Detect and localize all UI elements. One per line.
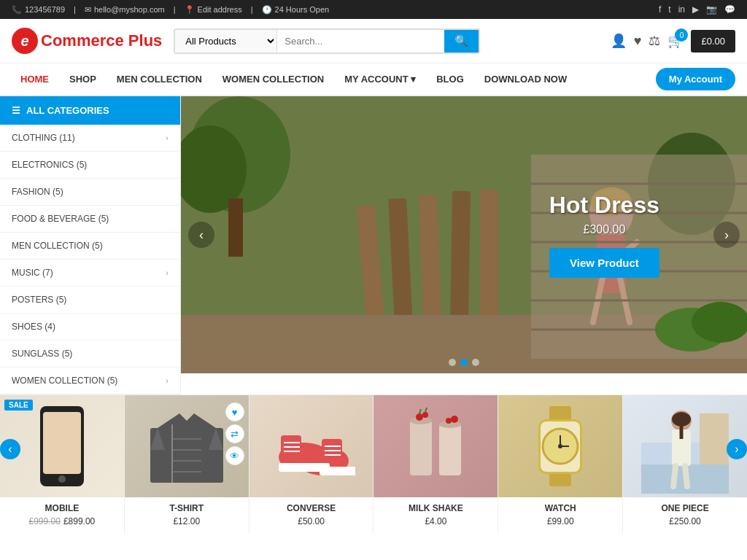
nav-women-collection[interactable]: WOMEN COLLECTION	[214, 63, 333, 95]
product-image-watch	[498, 395, 622, 497]
hero-title: Hot Dress	[549, 192, 659, 219]
twitter-link[interactable]: t	[668, 4, 670, 15]
svg-point-68	[558, 444, 562, 448]
instagram-link[interactable]: 📷	[706, 4, 717, 15]
cart-button[interactable]: £0.00	[691, 30, 735, 52]
sidebar-item-shoes[interactable]: SHOES (4)	[0, 314, 180, 341]
cart-icon-wrap[interactable]: 🛒 0	[667, 33, 684, 49]
phone-info: 📞 123456789	[12, 5, 65, 15]
hero-price: £300.00	[549, 223, 659, 236]
product-card-watch: WATCH £99.00	[498, 395, 623, 534]
nav-shop[interactable]: SHOP	[61, 63, 105, 95]
product-image-milkshake	[374, 395, 498, 497]
nav-men-collection[interactable]: MEN COLLECTION	[108, 63, 211, 95]
product-card-milkshake: MILK SHAKE £4.00	[374, 395, 498, 534]
search-button[interactable]: 🔍	[444, 30, 479, 52]
hero-dot-1[interactable]	[449, 359, 456, 366]
product-name-mobile: MOBILE	[3, 503, 121, 513]
svg-line-74	[673, 466, 676, 486]
compare-icon-tshirt[interactable]: ⇄	[225, 424, 244, 443]
product-price-milkshake: £4.00	[374, 516, 498, 526]
hero-dots	[449, 359, 479, 366]
wishlist-icon[interactable]: ♥	[634, 34, 642, 49]
hours-info: 🕐 24 Hours Open	[262, 5, 330, 15]
hero-view-product-button[interactable]: View Product	[549, 248, 659, 278]
logo-text: Commerce Plus	[41, 31, 162, 50]
sidebar-item-fashion[interactable]: FASHION (5)	[0, 179, 180, 206]
nav-home[interactable]: HOME	[12, 63, 58, 95]
nav-blog[interactable]: BLOG	[427, 63, 473, 95]
quickview-icon-tshirt[interactable]: 👁	[225, 446, 244, 465]
product-name-onepiece: ONE PIECE	[626, 503, 744, 513]
compare-icon[interactable]: ⚖	[649, 33, 660, 49]
hero-dot-2[interactable]	[460, 359, 468, 366]
svg-marker-31	[158, 413, 216, 428]
chevron-right-icon-3: ›	[166, 376, 169, 385]
main-nav: HOME SHOP MEN COLLECTION WOMEN COLLECTIO…	[0, 63, 747, 96]
hero-prev-button[interactable]: ‹	[188, 222, 214, 248]
menu-icon: ☰	[12, 105, 20, 116]
nav-download-now[interactable]: DOWNLOAD NOW	[476, 63, 576, 95]
cart-badge: 0	[675, 28, 688, 42]
sidebar-item-women-collection[interactable]: WOMEN COLLECTION (5)›	[0, 368, 180, 394]
hero-dot-3[interactable]	[472, 359, 479, 366]
sidebar-item-music[interactable]: MUSIC (7)›	[0, 260, 180, 287]
svg-rect-50	[320, 467, 355, 475]
product-name-converse: CONVERSE	[252, 503, 371, 513]
whatsapp-link[interactable]: 💬	[724, 4, 735, 15]
product-name-tshirt: T-SHIRT	[128, 503, 246, 513]
sidebar-item-electronics[interactable]: ELECTRONICS (5)	[0, 152, 180, 179]
product-price-watch: £99.00	[498, 516, 622, 526]
divider: |	[74, 5, 76, 14]
product-name-watch: WATCH	[501, 503, 619, 513]
product-name-milkshake: MILK SHAKE	[376, 503, 495, 513]
address-info[interactable]: 📍 Edit address	[185, 5, 242, 15]
logo[interactable]: e Commerce Plus	[12, 28, 162, 54]
divider3: |	[251, 5, 253, 14]
svg-rect-42	[322, 439, 342, 467]
linkedin-link[interactable]: in	[678, 4, 685, 15]
facebook-link[interactable]: f	[659, 4, 661, 15]
product-card-onepiece: ONE PIECE £250.00	[623, 395, 747, 534]
hero-next-button[interactable]: ›	[713, 222, 740, 248]
social-links: f t in ▶ 📷 💬	[659, 4, 735, 15]
top-bar-contact: 📞 123456789 | ✉ hello@myshop.com | 📍 Edi…	[12, 5, 329, 15]
sidebar-item-posters[interactable]: POSTERS (5)	[0, 287, 180, 314]
search-category-select[interactable]: All Products	[175, 30, 277, 52]
svg-rect-71	[700, 413, 729, 464]
product-price-converse: £50.00	[249, 516, 374, 526]
products-prev-button[interactable]: ‹	[0, 439, 20, 459]
products-section: ‹ SALE MOBILE £999.00£899.00	[0, 394, 747, 534]
sidebar-item-sunglass[interactable]: SUNGLASS (5)	[0, 341, 180, 368]
header: e Commerce Plus All Products 🔍 👤 ♥ ⚖ 🛒 0…	[0, 19, 747, 63]
account-icon[interactable]: 👤	[611, 33, 627, 49]
svg-point-58	[451, 416, 458, 423]
svg-point-56	[422, 412, 428, 418]
sidebar-item-food-beverage[interactable]: FOOD & BEVERAGE (5)	[0, 206, 180, 233]
svg-rect-61	[549, 406, 571, 421]
main-content: ☰ ALL CATEGORIES CLOTHING (11)› ELECTRON…	[0, 96, 747, 394]
nav-my-account[interactable]: MY ACCOUNT ▾	[336, 63, 425, 95]
wishlist-icon-tshirt[interactable]: ♥	[225, 402, 244, 421]
product-icon-group-tshirt: ♥ ⇄ 👁	[225, 402, 244, 465]
sidebar-item-men-collection[interactable]: MEN COLLECTION (5)	[0, 233, 180, 260]
svg-point-76	[672, 412, 691, 427]
svg-rect-30	[150, 428, 223, 483]
sidebar-title: ALL CATEGORIES	[26, 105, 109, 116]
products-row: SALE MOBILE £999.00£899.00	[0, 394, 747, 534]
youtube-link[interactable]: ▶	[692, 4, 699, 15]
product-price-mobile: £999.00£899.00	[0, 516, 124, 526]
hero-overlay: Hot Dress £300.00 View Product	[549, 192, 659, 278]
svg-line-75	[685, 466, 687, 486]
top-bar: 📞 123456789 | ✉ hello@myshop.com | 📍 Edi…	[0, 0, 747, 19]
logo-icon: e	[12, 28, 38, 54]
svg-rect-52	[439, 424, 461, 475]
nav-my-account-btn[interactable]: My Account	[656, 68, 735, 90]
product-price-onepiece: £250.00	[623, 516, 747, 526]
search-input[interactable]	[277, 30, 444, 52]
product-price-tshirt: £12.00	[125, 516, 249, 526]
search-bar: All Products 🔍	[174, 28, 480, 54]
hero-image: Hot Dress £300.00 View Product	[181, 96, 747, 373]
products-next-button[interactable]: ›	[727, 439, 747, 459]
sidebar-item-clothing[interactable]: CLOTHING (11)›	[0, 125, 180, 152]
